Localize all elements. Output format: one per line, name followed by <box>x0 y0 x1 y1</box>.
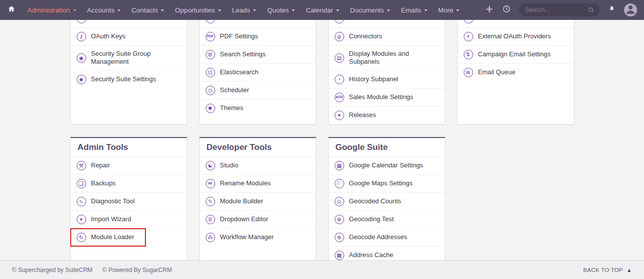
panel-item-list: ⚒ Repair ❏ Backups ∿ Diagnostic Tool <box>71 157 187 246</box>
admin-link[interactable]: ◎ Geocoded Counts <box>329 192 445 210</box>
chevron-down-icon <box>456 9 459 11</box>
search-input[interactable] <box>525 6 588 13</box>
admin-link[interactable]: PDF PDF Settings <box>200 27 316 45</box>
quick-create-button[interactable] <box>485 4 494 16</box>
admin-link[interactable]: ☯ Studio <box>200 157 316 174</box>
admin-link-label: Address Cache <box>349 251 393 259</box>
nav-menu-item[interactable]: Opportunities <box>169 0 226 20</box>
ab-icon: ab <box>206 179 215 188</box>
nav-menu: Administration Accounts Contacts Opportu… <box>22 0 465 20</box>
admin-link[interactable]: AOS Sales Module Settings <box>329 88 445 106</box>
lock-icon: ◉ <box>77 53 86 63</box>
admin-link-label: Backups <box>91 179 116 187</box>
chevron-down-icon <box>292 9 295 11</box>
users-icon: ☻ <box>77 75 86 84</box>
panel-title: Developer Tools <box>200 138 316 157</box>
recently-viewed-button[interactable] <box>502 4 512 16</box>
admin-link[interactable]: ⊗ Geocoding Test <box>329 210 445 228</box>
notifications-button[interactable] <box>607 4 617 16</box>
admin-link-label: Geocode Addresses <box>349 233 407 241</box>
admin-link-label: History Subpanel <box>349 75 398 83</box>
nav-menu-item-label: Opportunities <box>175 6 215 14</box>
panel-admin-tools: Admin Tools ⚒ Repair ❏ Backups ∿ <box>70 137 187 265</box>
backup-icon: ❏ <box>77 179 86 188</box>
admin-link[interactable]: ◉ Security Suite Group Management <box>71 45 187 70</box>
nav-menu-item[interactable]: Contacts <box>126 0 169 20</box>
admin-link-label: Workflow Manager <box>220 233 274 241</box>
admin-link[interactable]: ⚷ OAuth Keys <box>71 27 187 45</box>
admin-link[interactable]: ✦ Releases <box>329 106 445 124</box>
admin-link-label: Security Suite Settings <box>91 75 156 83</box>
admin-link[interactable]: ✎ Module Builder <box>200 192 316 210</box>
search-icon[interactable] <box>588 6 595 14</box>
admin-link-label: Display Modules and Subpanels <box>349 50 439 66</box>
wand-icon: ✶ <box>77 215 86 224</box>
admin-link[interactable]: ⊕ Geocode Addresses <box>329 228 445 246</box>
admin-link[interactable]: ✉ Email Queue <box>458 63 574 81</box>
admin-link-label: Scheduler <box>220 86 250 94</box>
cross-marker-icon: ⊗ <box>335 215 344 224</box>
footer-copyright: © Supercharged by SuiteCRM © Powered By … <box>12 267 172 274</box>
admin-link-label: Search Settings <box>220 50 266 58</box>
clock-icon: ◷ <box>206 86 215 95</box>
admin-link[interactable]: ∿ Diagnostic Tool <box>71 192 187 210</box>
user-menu-button[interactable] <box>624 3 637 16</box>
admin-link[interactable]: ✶ Import Wizard <box>71 210 187 228</box>
nav-menu-item[interactable]: Quotes <box>261 0 300 20</box>
nav-menu-item[interactable]: More <box>433 0 465 20</box>
admin-link[interactable]: ◔ History Subpanel <box>329 70 445 88</box>
admin-link-label: Geocoded Counts <box>349 197 401 205</box>
admin-link-label: Campaign Email Settings <box>478 50 551 58</box>
admin-link[interactable]: ☻ Security Suite Settings <box>71 70 187 88</box>
admin-link[interactable]: ⁂ Workflow Manager <box>200 228 316 246</box>
admin-link[interactable]: ab Rename Modules <box>200 174 316 192</box>
admin-link[interactable]: ▦ Google Calendar Settings <box>329 157 445 174</box>
admin-link[interactable]: A External OAuth Providers <box>458 27 574 45</box>
admin-link[interactable]: ⊞ Search Settings <box>200 45 316 63</box>
nav-menu-item-label: Administration <box>27 6 70 14</box>
nav-menu-item-label: Documents <box>350 6 384 14</box>
nav-menu-item[interactable]: Emails <box>395 0 433 20</box>
home-button[interactable] <box>7 4 16 15</box>
nav-menu-item[interactable]: Accounts <box>82 0 127 20</box>
admin-link[interactable]: ❏ Backups <box>71 174 187 192</box>
chevron-down-icon <box>424 9 427 11</box>
panel-developer-tools: Developer Tools ☯ Studio ab Rename Modul… <box>199 137 316 265</box>
chevron-down-icon <box>387 9 390 11</box>
nav-menu-item-label: Calendar <box>306 6 333 14</box>
nav-menu-item[interactable]: Leads <box>227 0 262 20</box>
admin-link[interactable]: ⊡ Elasticsearch <box>200 63 316 81</box>
panel-oauth-email: A External OAuth Providers ⇅ Campaign Em… <box>457 9 574 125</box>
loader-icon: ↻ <box>77 233 86 242</box>
panel-item-list: ▦ Google Calendar Settings ⚐ Google Maps… <box>329 157 445 264</box>
admin-link[interactable]: ↻ Module Loader <box>71 228 187 246</box>
panel-item-list: PDF PDF Settings ⊞ Search Settings ⊡ Ela… <box>200 10 316 117</box>
panel-item-list: ⚷ OAuth Keys ◉ Security Suite Group Mana… <box>71 10 187 88</box>
pdf-icon: PDF <box>206 32 215 41</box>
page-footer: © Supercharged by SuiteCRM © Powered By … <box>0 260 644 279</box>
nav-menu-item[interactable]: Documents <box>345 0 395 20</box>
grid-icon: ▩ <box>335 251 344 260</box>
back-to-top-label: BACK TO TOP <box>583 267 623 273</box>
nav-menu-item[interactable]: Administration <box>22 0 82 20</box>
nav-menu-item-label: Quotes <box>267 6 289 14</box>
nav-menu-item[interactable]: Calendar <box>300 0 345 20</box>
releases-icon: ✦ <box>335 111 344 120</box>
plus-marker-icon: ⊕ <box>335 233 344 242</box>
top-navbar: Administration Accounts Contacts Opportu… <box>0 0 644 20</box>
admin-link[interactable]: ψ Connectors <box>329 27 445 45</box>
admin-link[interactable]: ◷ Scheduler <box>200 81 316 99</box>
admin-link[interactable]: ▤ Display Modules and Subpanels <box>329 45 445 70</box>
admin-link[interactable]: ≣ Dropdown Editor <box>200 210 316 228</box>
admin-link[interactable]: ⇅ Campaign Email Settings <box>458 45 574 63</box>
bell-icon <box>607 4 617 16</box>
pulse-icon: ∿ <box>77 197 86 206</box>
admin-link[interactable]: ✱ Themes <box>200 99 316 117</box>
admin-link[interactable]: ⚐ Google Maps Settings <box>329 174 445 192</box>
panel-display-modules: ψ Connectors ▤ Display Modules and Subpa… <box>328 9 445 125</box>
admin-link-label: Module Loader <box>91 233 134 241</box>
back-to-top-button[interactable]: BACK TO TOP ▲ <box>583 267 632 273</box>
panel-item-list: ψ Connectors ▤ Display Modules and Subpa… <box>329 10 445 124</box>
admin-link-label: Repair <box>91 161 110 169</box>
admin-link[interactable]: ⚒ Repair <box>71 157 187 174</box>
